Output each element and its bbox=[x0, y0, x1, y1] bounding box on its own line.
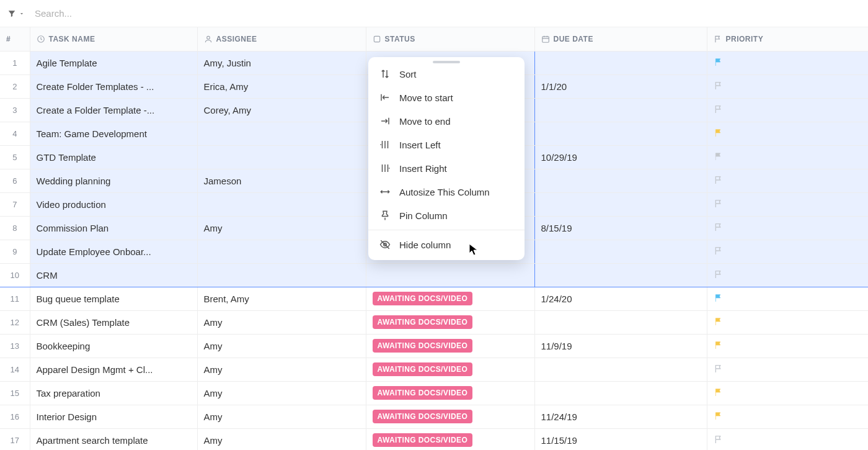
table-row[interactable]: 11 Bug queue template Brent, Amy AWAITIN… bbox=[0, 287, 868, 310]
cell-task-name[interactable]: Agile Template bbox=[30, 51, 197, 74]
cell-priority[interactable] bbox=[707, 216, 868, 240]
cell-due-date[interactable]: 1/24/20 bbox=[534, 287, 707, 310]
cell-priority[interactable] bbox=[707, 358, 868, 381]
cell-priority[interactable] bbox=[707, 192, 868, 216]
cell-due-date[interactable]: 11/15/19 bbox=[534, 428, 707, 450]
cell-due-date[interactable] bbox=[534, 98, 707, 122]
cell-assignee[interactable]: Jameson bbox=[197, 169, 366, 192]
menu-item-pin[interactable]: Pin Column bbox=[368, 204, 525, 227]
cell-due-date[interactable] bbox=[534, 358, 707, 381]
cell-due-date[interactable]: 11/24/19 bbox=[534, 405, 707, 428]
col-header-task[interactable]: TASK NAME bbox=[30, 27, 197, 51]
col-header-priority[interactable]: PRIORITY bbox=[707, 27, 868, 51]
cell-status[interactable]: AWAITING DOCS/VIDEO bbox=[366, 381, 534, 405]
cell-assignee[interactable]: Amy bbox=[197, 334, 366, 358]
filter-dropdown[interactable] bbox=[7, 9, 25, 18]
menu-item-move-end[interactable]: Move to end bbox=[368, 109, 525, 133]
cell-task-name[interactable]: Create Folder Templates - ... bbox=[30, 74, 197, 98]
cell-assignee[interactable]: Corey, Amy bbox=[197, 98, 366, 122]
cell-assignee[interactable]: Erica, Amy bbox=[197, 74, 366, 98]
col-header-status[interactable]: STATUS bbox=[366, 27, 534, 51]
cell-priority[interactable] bbox=[707, 122, 868, 145]
cell-assignee[interactable] bbox=[197, 145, 366, 169]
cell-status[interactable] bbox=[366, 263, 534, 287]
cell-priority[interactable] bbox=[707, 263, 868, 287]
cell-task-name[interactable]: Apartment search template bbox=[30, 428, 197, 450]
table-row[interactable]: 12 CRM (Sales) Template Amy AWAITING DOC… bbox=[0, 310, 868, 334]
cell-assignee[interactable] bbox=[197, 192, 366, 216]
cell-task-name[interactable]: GTD Template bbox=[30, 145, 197, 169]
cell-assignee[interactable]: Amy, Justin bbox=[197, 51, 366, 74]
cell-assignee[interactable]: Amy bbox=[197, 381, 366, 405]
menu-item-insert-right[interactable]: Insert Right bbox=[368, 156, 525, 180]
cell-priority[interactable] bbox=[707, 74, 868, 98]
cell-task-name[interactable]: CRM (Sales) Template bbox=[30, 310, 197, 334]
table-row[interactable]: 10 CRM bbox=[0, 263, 868, 287]
cell-due-date[interactable]: 1/1/20 bbox=[534, 74, 707, 98]
table-row[interactable]: 16 Interior Design Amy AWAITING DOCS/VID… bbox=[0, 405, 868, 428]
cell-priority[interactable] bbox=[707, 428, 868, 450]
menu-item-hide[interactable]: Hide column bbox=[368, 233, 525, 256]
cell-due-date[interactable]: 10/29/19 bbox=[534, 145, 707, 169]
cell-status[interactable]: AWAITING DOCS/VIDEO bbox=[366, 334, 534, 358]
cell-priority[interactable] bbox=[707, 169, 868, 192]
cell-task-name[interactable]: Create a Folder Template -... bbox=[30, 98, 197, 122]
cell-priority[interactable] bbox=[707, 381, 868, 405]
cell-task-name[interactable]: Wedding planning bbox=[30, 169, 197, 192]
cell-status[interactable]: AWAITING DOCS/VIDEO bbox=[366, 287, 534, 310]
cell-assignee[interactable] bbox=[197, 263, 366, 287]
table-row[interactable]: 15 Tax preparation Amy AWAITING DOCS/VID… bbox=[0, 381, 868, 405]
cell-task-name[interactable]: Video production bbox=[30, 192, 197, 216]
cell-status[interactable]: AWAITING DOCS/VIDEO bbox=[366, 428, 534, 450]
cell-task-name[interactable]: Team: Game Development bbox=[30, 122, 197, 145]
cell-due-date[interactable] bbox=[534, 122, 707, 145]
cell-task-name[interactable]: Apparel Design Mgmt + Cl... bbox=[30, 358, 197, 381]
cell-assignee[interactable]: Brent, Amy bbox=[197, 287, 366, 310]
cell-due-date[interactable] bbox=[534, 263, 707, 287]
cell-status[interactable]: AWAITING DOCS/VIDEO bbox=[366, 358, 534, 381]
cell-priority[interactable] bbox=[707, 240, 868, 263]
cell-due-date[interactable] bbox=[534, 169, 707, 192]
cell-due-date[interactable] bbox=[534, 192, 707, 216]
cell-assignee[interactable] bbox=[197, 240, 366, 263]
cell-task-name[interactable]: Bug queue template bbox=[30, 287, 197, 310]
cell-assignee[interactable]: Amy bbox=[197, 405, 366, 428]
cell-due-date[interactable]: 11/9/19 bbox=[534, 334, 707, 358]
table-row[interactable]: 17 Apartment search template Amy AWAITIN… bbox=[0, 428, 868, 450]
col-header-due[interactable]: DUE DATE bbox=[534, 27, 707, 51]
cell-task-name[interactable]: CRM bbox=[30, 263, 197, 287]
menu-item-sort[interactable]: Sort bbox=[368, 62, 525, 86]
table-row[interactable]: 14 Apparel Design Mgmt + Cl... Amy AWAIT… bbox=[0, 358, 868, 381]
cell-task-name[interactable]: Interior Design bbox=[30, 405, 197, 428]
table-row[interactable]: 13 Bookkeeping Amy AWAITING DOCS/VIDEO 1… bbox=[0, 334, 868, 358]
cell-priority[interactable] bbox=[707, 145, 868, 169]
cell-priority[interactable] bbox=[707, 287, 868, 310]
cell-priority[interactable] bbox=[707, 334, 868, 358]
menu-item-autosize[interactable]: Autosize This Column bbox=[368, 180, 525, 204]
cell-due-date[interactable] bbox=[534, 51, 707, 74]
cell-assignee[interactable] bbox=[197, 122, 366, 145]
cell-priority[interactable] bbox=[707, 310, 868, 334]
cell-priority[interactable] bbox=[707, 51, 868, 74]
menu-item-move-start[interactable]: Move to start bbox=[368, 86, 525, 109]
cell-priority[interactable] bbox=[707, 405, 868, 428]
cell-due-date[interactable] bbox=[534, 381, 707, 405]
cell-assignee[interactable]: Amy bbox=[197, 216, 366, 240]
cell-task-name[interactable]: Update Employee Onboar... bbox=[30, 240, 197, 263]
cell-due-date[interactable] bbox=[534, 240, 707, 263]
cell-assignee[interactable]: Amy bbox=[197, 358, 366, 381]
search-input[interactable] bbox=[32, 4, 861, 22]
cell-task-name[interactable]: Bookkeeping bbox=[30, 334, 197, 358]
cell-priority[interactable] bbox=[707, 98, 868, 122]
cell-status[interactable]: AWAITING DOCS/VIDEO bbox=[366, 405, 534, 428]
cell-assignee[interactable]: Amy bbox=[197, 428, 366, 450]
cell-task-name[interactable]: Commission Plan bbox=[30, 216, 197, 240]
menu-item-insert-left[interactable]: Insert Left bbox=[368, 133, 525, 156]
cell-due-date[interactable]: 8/15/19 bbox=[534, 216, 707, 240]
cell-task-name[interactable]: Tax preparation bbox=[30, 381, 197, 405]
col-header-number[interactable]: # bbox=[0, 27, 30, 51]
cell-status[interactable]: AWAITING DOCS/VIDEO bbox=[366, 310, 534, 334]
cell-assignee[interactable]: Amy bbox=[197, 310, 366, 334]
col-header-assignee[interactable]: ASSIGNEE bbox=[197, 27, 366, 51]
cell-due-date[interactable] bbox=[534, 310, 707, 334]
